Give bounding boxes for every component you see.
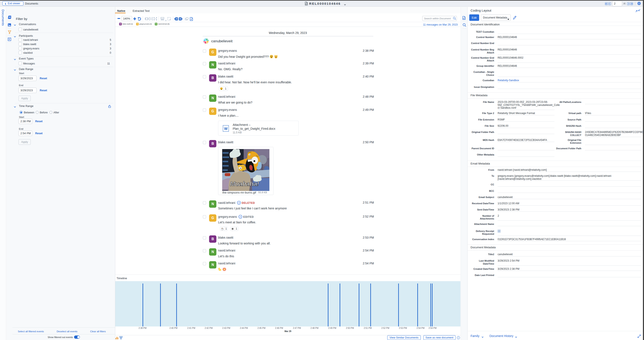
svg-text:A: A <box>191 19 192 21</box>
svg-text:?: ? <box>238 202 240 204</box>
svg-text:?: ? <box>240 216 241 218</box>
svg-text:H: H <box>180 18 181 20</box>
svg-text:Muahaha!: Muahaha! <box>230 180 259 187</box>
svg-text:H: H <box>176 18 178 20</box>
svg-text:W: W <box>224 127 228 131</box>
